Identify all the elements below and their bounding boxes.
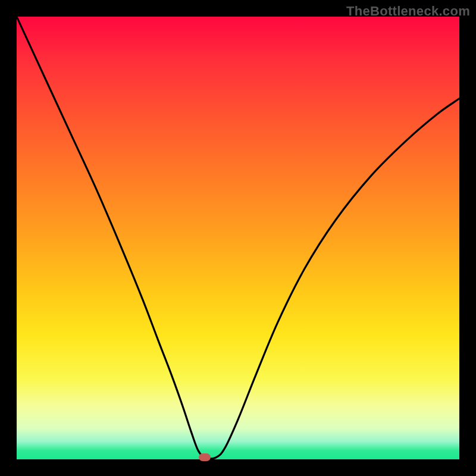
bottleneck-curve: [17, 17, 459, 459]
plot-area: [17, 17, 459, 459]
chart-frame: TheBottleneck.com: [0, 0, 476, 476]
